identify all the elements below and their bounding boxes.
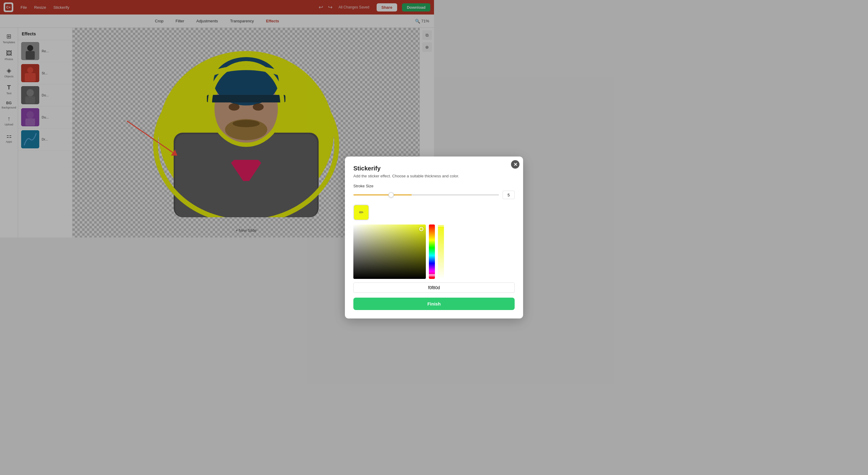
pencil-icon: ✏ [359,209,364,216]
color-picker-area [353,225,434,237]
color-hue-bar[interactable] [429,225,434,237]
color-preview-button[interactable]: ✏ [353,205,369,220]
modal-overlay: ✕ Stickerify Add the sticker effect. Cho… [0,0,434,237]
stroke-size-slider[interactable] [353,194,434,196]
stroke-row: 5 [353,191,434,199]
stickerify-modal: ✕ Stickerify Add the sticker effect. Cho… [345,156,434,237]
color-gradient-handle[interactable] [419,227,424,231]
modal-description: Add the sticker effect. Choose a suitabl… [353,174,434,178]
stroke-size-label: Stroke Size [353,184,434,188]
color-gradient-box[interactable] [353,225,426,237]
modal-title: Stickerify [353,165,434,172]
